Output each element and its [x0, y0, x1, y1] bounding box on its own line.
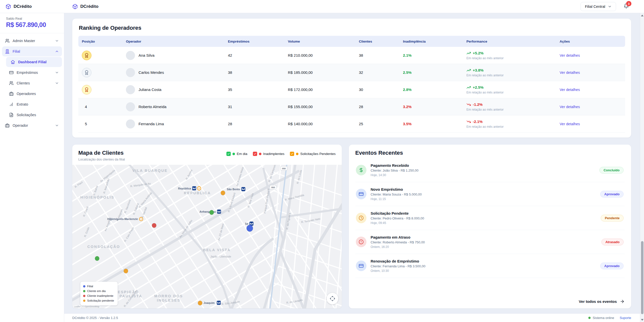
cell-clients: 28	[355, 105, 399, 109]
sidebar-item-extrato[interactable]: Extrato	[6, 99, 62, 109]
sidebar-item-label: Operador	[13, 123, 28, 127]
cell-performance: -2.1%Em relação ao mês anterior	[463, 119, 556, 128]
map-station-label: Sé	[245, 222, 248, 225]
events-title: Eventos Recentes	[355, 150, 625, 156]
arrow-right-icon	[620, 299, 625, 304]
trending-up-icon	[466, 68, 471, 73]
events-footer: Ver todos os eventos	[355, 295, 625, 304]
column-header-inadimplencia: Inadimplência	[399, 40, 463, 43]
scrollbar-thumb[interactable]	[641, 241, 643, 314]
sidebar-item-operadores[interactable]: Operadores	[6, 89, 62, 99]
chevron-down-icon	[55, 71, 59, 75]
column-header-posicao: Posição	[78, 40, 122, 43]
map-marker-cliente-em-dia[interactable]	[210, 210, 214, 215]
checkbox-checked-icon[interactable]	[290, 152, 294, 156]
sidebar-item-dashboard-filial[interactable]: Dashboard Filial	[6, 57, 62, 67]
ranking-row-roberto-almeida: 4Roberto Almeida31R$ 155.000,00283.2%-1.…	[78, 98, 625, 115]
event-title: Novo Empréstimo	[371, 187, 422, 191]
performance-value: +5.2%	[473, 51, 484, 55]
column-header-operador: Operador	[122, 40, 224, 43]
map-area-label: HIGIENÓPOLIS	[80, 195, 114, 199]
sidebar-item-filial[interactable]: Filial	[2, 46, 62, 56]
map-toggle-solicitacoes-pendentes[interactable]: Solicitações Pendentes	[290, 152, 335, 156]
map-canvas[interactable]: VILA BUARQUEREPÚBLICAHIGIENÓPOLISCONSOLA…	[72, 165, 342, 308]
package-icon	[6, 4, 11, 9]
map-subtitle: Localização dos clientes da filial	[78, 157, 125, 161]
status-badge: Pendente	[601, 215, 624, 221]
event-text: Renovação de EmpréstimoCliente: Fernanda…	[371, 259, 426, 273]
view-details-link[interactable]: Ver detalhes	[560, 71, 580, 75]
view-details-link[interactable]: Ver detalhes	[560, 53, 580, 57]
svg-text:050: 050	[282, 167, 286, 170]
ranking-card: Ranking de Operadores PosiçãoOperadorEmp…	[72, 19, 631, 138]
map-marker-filial[interactable]	[247, 225, 253, 232]
map-toggle-em-dia[interactable]: Em dia	[226, 152, 247, 156]
support-link[interactable]: Suporte	[620, 316, 631, 320]
map-pan-control[interactable]	[327, 293, 338, 304]
cell-position: 4	[78, 105, 122, 109]
vertical-scrollbar[interactable]	[640, 13, 644, 322]
sidebar-item-emprestimos[interactable]: Empréstimos	[6, 68, 62, 78]
event-item-pagamento-recebido: Pagamento RecebidoCliente: João Silva - …	[355, 158, 625, 182]
cell-performance: +2.5%Em relação ao mês anterior	[463, 85, 556, 94]
sidebar-item-operador[interactable]: Operador	[2, 120, 62, 131]
performance-value: -2.1%	[473, 119, 483, 124]
legend-item-cliente-inadimplente: Cliente inadimplente	[83, 294, 114, 298]
scroll-up-arrow[interactable]	[641, 15, 643, 16]
map-marker-solicitacao-pendente[interactable]	[221, 191, 225, 195]
event-title: Solicitação Pendente	[371, 211, 424, 215]
ranking-row-fernanda-lima: 5Fernanda Lima28R$ 140.000,00253.5%-2.1%…	[78, 115, 625, 133]
event-item-novo-emprestimo: Novo EmpréstimoCliente: Maria Souza - R$…	[355, 182, 625, 206]
see-all-events-link[interactable]: Ver todos os eventos	[579, 299, 625, 304]
checkbox-checked-icon[interactable]	[253, 152, 257, 156]
main-content: Ranking de Operadores PosiçãoOperadorEmp…	[64, 13, 644, 313]
chevron-down-icon	[608, 5, 612, 9]
scroll-down-arrow[interactable]	[641, 319, 643, 321]
map-marker-solicitacao-pendente[interactable]	[198, 301, 202, 305]
view-details-link[interactable]: Ver detalhes	[560, 88, 580, 92]
cell-operator: Fernanda Lima	[122, 119, 224, 128]
branch-selector-value: Filial Central	[585, 5, 605, 9]
trending-down-icon	[466, 102, 471, 107]
event-subtitle: Cliente: Pedro Oliveira - R$ 8.000,00	[371, 216, 424, 220]
bar-chart-icon	[9, 102, 14, 107]
status-badge: Aprovado	[600, 191, 624, 198]
view-details-link[interactable]: Ver detalhes	[560, 122, 580, 126]
view-details-link[interactable]: Ver detalhes	[560, 105, 580, 109]
operator-name: Roberto Almeida	[139, 105, 166, 109]
map-marker-cliente-em-dia[interactable]	[95, 256, 99, 261]
performance-note: Em relação ao mês anterior	[466, 74, 556, 77]
sidebar-item-admin-master[interactable]: Admin Master	[2, 36, 62, 46]
sidebar-item-clientes[interactable]: Clientes	[6, 78, 62, 88]
legend-dot	[83, 285, 85, 287]
map-marker-cliente-inadimplente[interactable]	[152, 223, 156, 228]
toggle-label: Solicitações Pendentes	[300, 152, 335, 156]
ranking-row-ana-silva: Ana Silva42R$ 210.000,00382.1%+5.2%Em re…	[78, 47, 625, 64]
legend-label: Cliente inadimplente	[87, 294, 113, 298]
branch-selector[interactable]: Filial Central	[581, 2, 616, 11]
notifications-button[interactable]: 3	[624, 3, 629, 10]
home-icon	[11, 60, 15, 64]
users-icon	[5, 39, 10, 43]
ranking-row-juliana-costa: Juliana Costa35R$ 172.000,00302.8%+2.5%E…	[78, 81, 625, 98]
chevron-down-icon	[55, 39, 59, 43]
legend-dot	[83, 295, 85, 297]
sidebar-item-solicitacoes[interactable]: Solicitações	[6, 110, 62, 120]
silver-medal-icon	[82, 68, 91, 77]
map-marker-solicitacao-pendente[interactable]	[124, 269, 128, 273]
checkbox-checked-icon[interactable]	[226, 152, 231, 156]
cell-volume: R$ 185.000,00	[284, 70, 355, 75]
metro-station-icon	[241, 187, 245, 191]
alert-circle-icon	[356, 237, 366, 247]
package-icon	[72, 4, 78, 9]
sidebar-brand: DCrédito	[0, 4, 64, 9]
chevron-up-icon	[55, 49, 59, 53]
sidebar-item-label: Solicitações	[17, 113, 36, 117]
cell-default-rate: 2.5%	[399, 70, 463, 75]
sidebar-item-label: Clientes	[17, 81, 30, 85]
cell-clients: 32	[355, 70, 399, 75]
brand-name: DCrédito	[80, 4, 98, 9]
trending-down-icon	[466, 119, 471, 124]
map-toggle-inadimplentes[interactable]: Inadimplentes	[253, 152, 284, 156]
cell-default-rate: 2.8%	[399, 87, 463, 92]
